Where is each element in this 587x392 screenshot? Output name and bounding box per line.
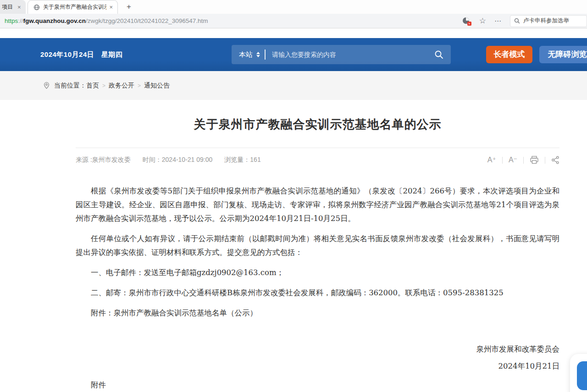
site-search-input[interactable] [272, 51, 431, 58]
breadcrumb: 当前位置： 首页 > 政务公开 > 通知公告 [43, 82, 170, 90]
share-icon [551, 156, 559, 164]
assistant-icon [577, 361, 587, 390]
content-blocked-icon[interactable]: × [463, 17, 471, 25]
close-tab-icon[interactable]: × [108, 4, 114, 11]
address-bar-actions: × ☆ ⋯ 卢卡申科参加选举 [463, 15, 587, 27]
signature-date: 2024年10月21日 [76, 361, 559, 371]
breadcrumb-separator: > [102, 83, 105, 89]
site-date: 2024年10月24日 星期四 [40, 38, 122, 71]
meta-views: 浏览量：161 [224, 156, 260, 164]
bookmark-star-icon[interactable]: ☆ [479, 17, 486, 25]
hot-search-text: 卢卡申科参加选举 [523, 17, 569, 25]
elder-mode-button[interactable]: 长者模式 [486, 46, 532, 63]
url-host: fgw.quanzhou.gov.cn [23, 17, 86, 24]
search-icon [514, 18, 520, 24]
title-divider [76, 148, 559, 148]
browser-tab-strip: 项目 × 关于泉州市产教融合实训示范 × + [0, 0, 587, 14]
more-menu-icon[interactable]: ⋯ [494, 17, 502, 24]
scope-dropdown-icon[interactable] [256, 52, 260, 57]
tool-divider [523, 157, 524, 164]
meta-source: 来源 :泉州市发改委 [76, 156, 131, 164]
blocked-badge-icon: × [467, 22, 471, 26]
breadcrumb-prefix: 当前位置： [54, 82, 86, 90]
article-meta: 来源 :泉州市发改委 时间：2024-10-21 09:00 浏览量：161 A… [76, 156, 559, 164]
url-text[interactable]: https://fgw.quanzhou.gov.cn/zwgk/tzgg/20… [5, 17, 208, 24]
globe-favicon-icon [33, 4, 40, 11]
attachment-line: 附件：泉州市产教融合实训示范基地名单（公示） [76, 306, 559, 320]
font-increase-button[interactable]: A⁺ [487, 156, 496, 164]
printer-icon [530, 156, 539, 164]
accessibility-button[interactable]: 无障碍浏览 [539, 46, 587, 63]
screen: 项目 × 关于泉州市产教融合实训示范 × + https://fgw.quanz… [0, 0, 587, 392]
article: 关于泉州市产教融合实训示范基地名单的公示 来源 :泉州市发改委 时间：2024-… [76, 100, 559, 390]
site-search-box: 本站 [232, 45, 451, 64]
browser-hot-search-box[interactable]: 卢卡申科参加选举 [510, 15, 587, 27]
url-protocol: https [5, 17, 18, 24]
url-path: /zwgk/tzgg/202410/t20241022_3096547.htm [86, 17, 208, 24]
search-scope-select[interactable]: 本站 [239, 50, 253, 59]
paragraph: 任何单位或个人如有异议，请于公示期结束前（以邮戳时间为准）将相关意见实名书面反馈… [76, 232, 559, 259]
new-tab-button[interactable]: + [123, 1, 135, 13]
tool-divider [502, 157, 503, 164]
breadcrumb-bar: 当前位置： 首页 > 政务公开 > 通知公告 [0, 71, 587, 100]
article-tools: A⁺ A⁻ [487, 156, 559, 164]
breadcrumb-notices-link[interactable]: 通知公告 [144, 82, 170, 90]
browser-address-bar: https://fgw.quanzhou.gov.cn/zwgk/tzgg/20… [0, 14, 587, 28]
meta-time: 时间：2024-10-21 09:00 [143, 156, 213, 164]
share-button[interactable] [551, 156, 559, 164]
search-icon[interactable] [434, 50, 443, 59]
paragraph: 二、邮寄：泉州市市行政中心交通科研楼B栋泉州市发改委社会发展科，邮政编码：362… [76, 286, 559, 300]
attachment-section-label: 附件 [76, 380, 559, 390]
print-button[interactable] [530, 156, 539, 164]
background-tab-title: 项目 [2, 3, 13, 11]
close-tab-icon[interactable]: × [17, 4, 22, 11]
active-tab-title: 关于泉州市产教融合实训示范 [43, 3, 106, 11]
paragraph: 根据《泉州市发改委等5部门关于组织申报泉州市产教融合实训示范基地的通知》（泉发改… [76, 184, 559, 226]
breadcrumb-home-link[interactable]: 首页 [86, 82, 99, 90]
site-header: 2024年10月24日 星期四 本站 长者模式 无障碍浏览 [0, 38, 587, 71]
font-decrease-button[interactable]: A⁻ [509, 156, 517, 164]
background-tab[interactable]: 项目 × [0, 0, 26, 14]
signature-organization: 泉州市发展和改革委员会 [76, 344, 559, 354]
active-tab[interactable]: 关于泉州市产教融合实训示范 × [28, 0, 118, 14]
breadcrumb-separator: > [138, 83, 141, 89]
page-title: 关于泉州市产教融合实训示范基地名单的公示 [76, 116, 559, 133]
article-body: 根据《泉州市发改委等5部门关于组织申报泉州市产教融合实训示范基地的通知》（泉发改… [76, 184, 559, 320]
tool-divider [545, 157, 545, 164]
breadcrumb-gov-info-link[interactable]: 政务公开 [109, 82, 134, 90]
url-separator: :// [18, 17, 23, 24]
floating-assistant-widget[interactable] [570, 354, 587, 392]
paragraph: 一、电子邮件：发送至电子邮箱gzdzj0902@163.com； [76, 266, 559, 280]
search-divider [265, 50, 266, 60]
location-pin-icon [43, 82, 50, 89]
